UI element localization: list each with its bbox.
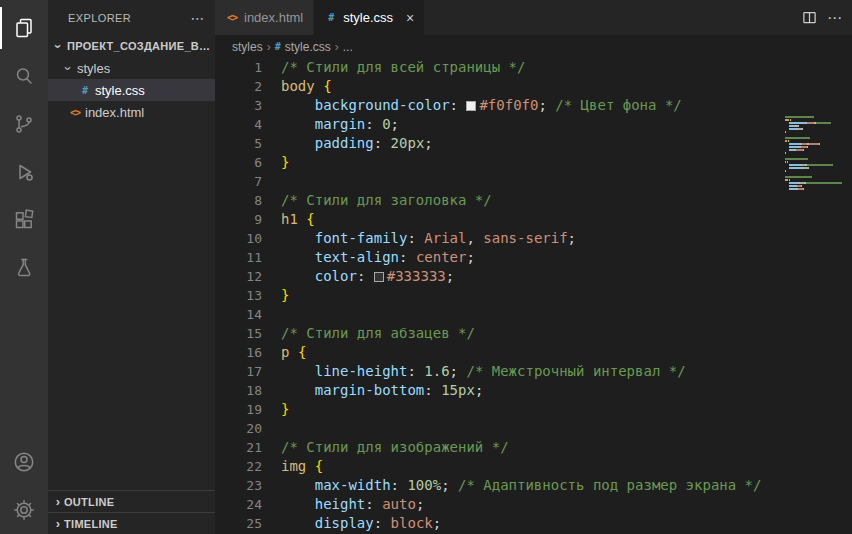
tab-label: style.css (343, 10, 393, 25)
chevron-right-icon: › (52, 516, 64, 531)
section-label: OUTLINE (64, 496, 114, 508)
code-line[interactable]: 8/* Стили для заголовка */ (215, 191, 852, 210)
chevron-down-icon: › (61, 62, 76, 74)
html-file-icon: <> (225, 12, 239, 23)
tree-item-label: index.html (85, 105, 144, 120)
more-actions-icon[interactable]: ⋯ (191, 10, 205, 26)
code-line-text: font-family: Arial, sans-serif; (281, 229, 576, 248)
line-number: 25 (215, 514, 262, 533)
explorer-icon[interactable] (0, 4, 48, 52)
editor-actions: ⋯ (802, 0, 852, 35)
breadcrumb-file[interactable]: style.css (285, 40, 331, 54)
line-number: 7 (215, 172, 262, 191)
line-number: 9 (215, 210, 262, 229)
outline-section[interactable]: › OUTLINE (48, 490, 215, 512)
settings-gear-icon[interactable] (0, 486, 48, 534)
line-number: 13 (215, 286, 262, 305)
line-number: 6 (215, 153, 262, 172)
code-line-text: } (281, 286, 289, 305)
source-control-icon[interactable] (0, 100, 48, 148)
code-line-text: display: block; (281, 514, 441, 533)
code-line[interactable]: 9h1 { (215, 210, 852, 229)
code-line[interactable]: 19} (215, 400, 852, 419)
line-number: 4 (215, 115, 262, 134)
line-number: 5 (215, 134, 262, 153)
code-area[interactable]: 1/* Стили для всей страницы */2body {3 b… (215, 58, 852, 534)
code-line-text: max-width: 100%; /* Адаптивность под раз… (281, 476, 761, 495)
code-line[interactable]: 5 padding: 20px; (215, 134, 852, 153)
color-swatch[interactable] (374, 272, 384, 282)
close-icon[interactable]: × (406, 11, 414, 25)
editor-area: <> index.html # style.css × ⋯ styles (215, 0, 852, 534)
sidebar-header: EXPLORER ⋯ (48, 0, 215, 35)
tab-index-html[interactable]: <> index.html (215, 0, 314, 35)
minimap[interactable] (785, 116, 847, 191)
tab-bar: <> index.html # style.css × ⋯ (215, 0, 852, 35)
more-actions-icon[interactable]: ⋯ (827, 9, 842, 27)
tab-style-css[interactable]: # style.css × (314, 0, 425, 35)
code-line[interactable]: 18 margin-bottom: 15px; (215, 381, 852, 400)
tab-label: index.html (244, 10, 303, 25)
code-line[interactable]: 23 max-width: 100%; /* Адаптивность под … (215, 476, 852, 495)
account-icon[interactable] (0, 438, 48, 486)
breadcrumb-folder[interactable]: styles (232, 40, 263, 54)
code-line-text: text-align: center; (281, 248, 475, 267)
css-file-icon: # (275, 41, 281, 52)
chevron-right-icon: › (335, 40, 339, 54)
code-line[interactable]: 13} (215, 286, 852, 305)
color-swatch[interactable] (466, 101, 476, 111)
tree-item-index.html[interactable]: <>index.html (48, 101, 215, 123)
tree-item-label: style.css (95, 83, 145, 98)
code-line-text: background-color: #f0f0f0; /* Цвет фона … (281, 96, 682, 115)
code-line[interactable]: 15/* Стили для абзацев */ (215, 324, 852, 343)
line-number: 1 (215, 58, 262, 77)
code-line[interactable]: 10 font-family: Arial, sans-serif; (215, 229, 852, 248)
code-line[interactable]: 7 (215, 172, 852, 191)
line-number: 8 (215, 191, 262, 210)
code-line[interactable]: 12 color: #333333; (215, 267, 852, 286)
line-number: 16 (215, 343, 262, 362)
search-icon[interactable] (0, 52, 48, 100)
breadcrumb-more[interactable]: ... (343, 40, 353, 54)
code-line[interactable]: 1/* Стили для всей страницы */ (215, 58, 852, 77)
tree-item-styles[interactable]: ›styles (48, 57, 215, 79)
root-folder-row[interactable]: › ПРОЕКТ_СОЗДАНИЕ_ВЕБ... (48, 35, 215, 57)
code-lines: 1/* Стили для всей страницы */2body {3 b… (215, 58, 852, 533)
code-line[interactable]: 11 text-align: center; (215, 248, 852, 267)
root-folder-label: ПРОЕКТ_СОЗДАНИЕ_ВЕБ... (67, 40, 215, 52)
tree-item-style.css[interactable]: #style.css (48, 79, 215, 101)
code-line[interactable]: 2body { (215, 77, 852, 96)
breadcrumb: styles › # style.css › ... (215, 35, 852, 58)
line-number: 22 (215, 457, 262, 476)
split-editor-icon[interactable] (802, 10, 817, 25)
sidebar-sections: › OUTLINE › TIMELINE (48, 490, 215, 534)
code-line[interactable]: 16p { (215, 343, 852, 362)
section-label: TIMELINE (64, 518, 118, 530)
code-line[interactable]: 24 height: auto; (215, 495, 852, 514)
code-line[interactable]: 4 margin: 0; (215, 115, 852, 134)
code-line[interactable]: 14 (215, 305, 852, 324)
code-line-text: margin: 0; (281, 115, 399, 134)
testing-icon[interactable] (0, 244, 48, 292)
line-number: 12 (215, 267, 262, 286)
code-line[interactable]: 20 (215, 419, 852, 438)
line-number: 15 (215, 324, 262, 343)
timeline-section[interactable]: › TIMELINE (48, 512, 215, 534)
code-line-text: line-height: 1.6; /* Межстрочный интерва… (281, 362, 686, 381)
extensions-icon[interactable] (0, 196, 48, 244)
line-number: 11 (215, 248, 262, 267)
code-line-text: padding: 20px; (281, 134, 433, 153)
code-line[interactable]: 21/* Стили для изображений */ (215, 438, 852, 457)
sidebar-title: EXPLORER (68, 12, 131, 24)
code-line[interactable]: 25 display: block; (215, 514, 852, 533)
line-number: 24 (215, 495, 262, 514)
code-line[interactable]: 3 background-color: #f0f0f0; /* Цвет фон… (215, 96, 852, 115)
html-file-icon: <> (68, 107, 82, 118)
code-line[interactable]: 6} (215, 153, 852, 172)
code-line[interactable]: 22img { (215, 457, 852, 476)
chevron-right-icon: › (267, 40, 271, 54)
run-debug-icon[interactable] (0, 148, 48, 196)
code-line[interactable]: 17 line-height: 1.6; /* Межстрочный инте… (215, 362, 852, 381)
code-line-text: /* Стили для изображений */ (281, 438, 509, 457)
code-line-text: h1 { (281, 210, 315, 229)
